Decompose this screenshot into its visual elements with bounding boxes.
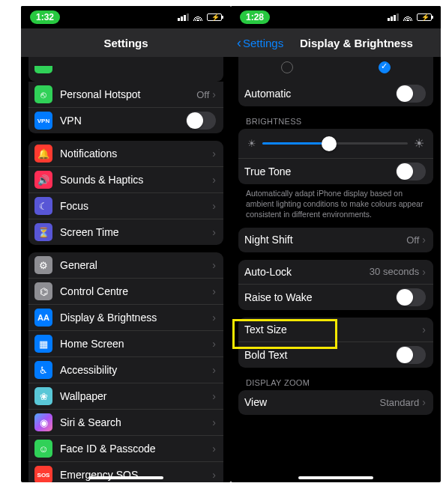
row-raise-to-wake[interactable]: Raise to Wake xyxy=(238,285,433,310)
chevron-right-icon: › xyxy=(212,416,216,428)
sun-min-icon: ☀︎ xyxy=(247,138,256,149)
row-control-centre[interactable]: ⌬Control Centre› xyxy=(28,279,223,305)
unknown-icon xyxy=(34,66,52,73)
chevron-right-icon: › xyxy=(212,285,216,297)
chevron-right-icon: › xyxy=(212,200,216,212)
row-label: Wallpaper xyxy=(60,390,212,402)
gear-icon: ⚙ xyxy=(34,256,52,274)
row-wallpaper[interactable]: ❀Wallpaper› xyxy=(28,383,223,410)
toggle-automatic[interactable] xyxy=(396,85,426,103)
link-icon: ⎋ xyxy=(34,85,52,103)
chevron-right-icon: › xyxy=(422,396,426,408)
cellular-icon xyxy=(178,13,189,21)
navbar: Settings xyxy=(21,28,231,57)
row-label: Accessibility xyxy=(60,364,212,376)
brightness-slider[interactable] xyxy=(262,142,408,145)
chevron-right-icon: › xyxy=(212,443,216,455)
row-focus[interactable]: ☾Focus› xyxy=(28,193,223,219)
wifi-icon xyxy=(193,13,203,21)
row-label: Night Shift xyxy=(244,234,406,246)
group-connectivity: ⎋Personal HotspotOff›VPNVPN xyxy=(28,82,223,133)
row-label: Automatic xyxy=(244,88,396,100)
status-bar: 1:28 ⚡ xyxy=(231,6,441,28)
row-vpn[interactable]: VPNVPN xyxy=(28,108,223,133)
row-automatic[interactable]: Automatic xyxy=(238,81,433,106)
toggle-bold-text[interactable] xyxy=(396,346,426,364)
row-label: Auto-Lock xyxy=(244,266,370,278)
chevron-right-icon: › xyxy=(212,469,216,481)
chevron-right-icon: › xyxy=(422,324,426,336)
chevron-right-icon: › xyxy=(212,390,216,402)
row-face-id-passcode[interactable]: ☺Face ID & Passcode› xyxy=(28,436,223,462)
status-bar: 1:32 ⚡ xyxy=(21,6,231,28)
chevron-left-icon: ‹ xyxy=(237,35,241,51)
toggle-true-tone[interactable] xyxy=(396,163,426,180)
group-appearance: Automatic xyxy=(238,57,433,106)
row-label: Raise to Wake xyxy=(244,291,396,303)
row-personal-hotspot[interactable]: ⎋Personal HotspotOff› xyxy=(28,82,223,108)
section-title-zoom: Display Zoom xyxy=(246,378,441,387)
grid-icon: ▦ xyxy=(34,335,52,353)
chevron-right-icon: › xyxy=(212,148,216,160)
row-bold-text[interactable]: Bold Text xyxy=(238,342,433,368)
appearance-option-dark[interactable] xyxy=(379,61,391,73)
row-label: Siri & Search xyxy=(60,416,212,428)
wifi-icon xyxy=(403,13,413,21)
row-notifications[interactable]: 🔔Notifications› xyxy=(28,141,223,167)
aa-icon: AA xyxy=(34,309,52,327)
switches-icon: ⌬ xyxy=(34,282,52,300)
toggle-raise-to-wake[interactable] xyxy=(396,288,426,306)
hourglass-icon: ⏳ xyxy=(34,223,52,241)
row-general[interactable]: ⚙General› xyxy=(28,252,223,279)
row-label: Display & Brightness xyxy=(60,312,212,324)
row-true-tone[interactable]: True Tone xyxy=(238,159,433,184)
row-sounds-haptics[interactable]: 🔊Sounds & Haptics› xyxy=(28,167,223,193)
chevron-right-icon: › xyxy=(422,234,426,246)
toggle-vpn[interactable] xyxy=(186,112,216,130)
person-icon: ♿︎ xyxy=(34,361,52,379)
row-night-shift[interactable]: Night Shift Off › xyxy=(238,228,433,252)
group-general: ⚙General›⌬Control Centre›AADisplay & Bri… xyxy=(28,252,223,482)
group-notifications: 🔔Notifications›🔊Sounds & Haptics›☾Focus›… xyxy=(28,141,223,245)
row-label: General xyxy=(60,259,212,271)
back-button[interactable]: ‹ Settings xyxy=(237,35,283,51)
row-display-brightness[interactable]: AADisplay & Brightness› xyxy=(28,305,223,331)
moon-icon: ☾ xyxy=(34,197,52,215)
row-auto-lock[interactable]: Auto-Lock 30 seconds › xyxy=(238,260,433,285)
chevron-right-icon: › xyxy=(212,226,216,238)
status-time: 1:28 xyxy=(240,10,270,24)
row-label: Text Size xyxy=(244,324,422,336)
row-label: True Tone xyxy=(244,166,396,177)
row-label: Notifications xyxy=(60,148,212,160)
row-cut-off-above xyxy=(28,57,223,82)
home-indicator[interactable] xyxy=(88,476,163,479)
status-time: 1:32 xyxy=(30,10,60,24)
home-indicator[interactable] xyxy=(298,476,373,479)
row-value: 30 seconds xyxy=(370,266,420,277)
chevron-right-icon: › xyxy=(212,338,216,350)
row-accessibility[interactable]: ♿︎Accessibility› xyxy=(28,357,223,383)
group-night-shift: Night Shift Off › xyxy=(238,228,433,252)
appearance-option-light[interactable] xyxy=(281,61,293,73)
bell-icon: 🔔 xyxy=(34,145,52,163)
chevron-right-icon: › xyxy=(212,364,216,376)
row-view[interactable]: View Standard › xyxy=(238,390,433,415)
row-label: Control Centre xyxy=(60,285,212,297)
row-home-screen[interactable]: ▦Home Screen› xyxy=(28,331,223,357)
navbar: ‹ Settings Display & Brightness xyxy=(231,28,441,57)
row-label: Sounds & Haptics xyxy=(60,174,212,186)
row-siri-search[interactable]: ◉Siri & Search› xyxy=(28,410,223,436)
vpn-icon: VPN xyxy=(34,112,52,130)
chevron-right-icon: › xyxy=(212,174,216,186)
chevron-right-icon: › xyxy=(212,259,216,271)
row-label: Home Screen xyxy=(60,338,212,350)
group-lock-wake: Auto-Lock 30 seconds › Raise to Wake xyxy=(238,260,433,310)
group-text: Text Size › Bold Text xyxy=(238,318,433,368)
display-brightness-screen: 1:28 ⚡ ‹ Settings Display & Brightness xyxy=(231,6,441,482)
row-screen-time[interactable]: ⏳Screen Time› xyxy=(28,219,223,245)
row-value: Standard xyxy=(380,397,420,408)
row-text-size[interactable]: Text Size › xyxy=(238,318,433,342)
faceid-icon: ☺ xyxy=(34,440,52,458)
row-brightness-slider[interactable]: ☀︎ ☀︎ xyxy=(238,129,433,159)
row-label: Personal Hotspot xyxy=(60,88,196,100)
